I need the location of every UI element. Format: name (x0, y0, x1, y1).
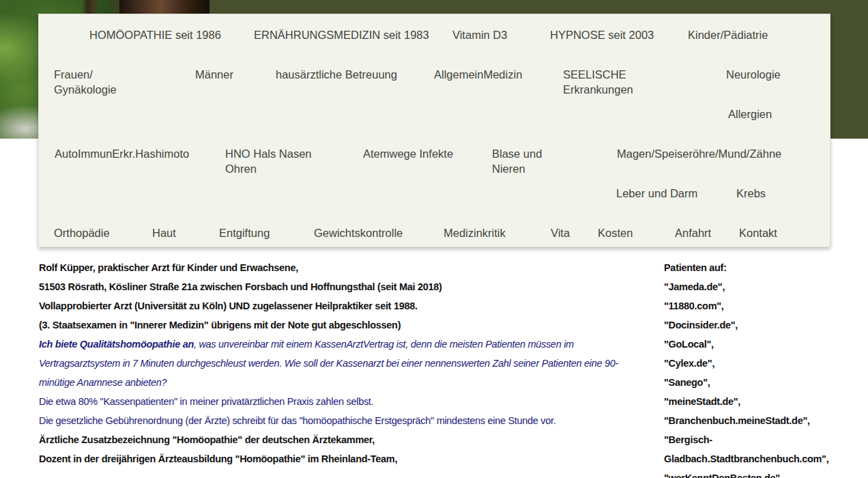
portal-list-item: "Jameda.de", (664, 277, 867, 296)
menu-item-maenner[interactable]: Männer (195, 67, 233, 82)
menu-item-medizinkritik[interactable]: Medizinkritik (444, 225, 506, 240)
homeopathy-offer-lead: Ich biete Qualitätshomöopathie an (39, 339, 194, 350)
credential-line: Ärztliche Zusatzbezeichnung "Homöopathie… (39, 430, 633, 449)
menu-item-hno[interactable]: HNO Hals Nasen Ohren (225, 146, 312, 176)
menu-item-kinder-paediatrie[interactable]: Kinder/Pädiatrie (688, 27, 768, 42)
main-menu: HOMÖOPATHIE seit 1986 ERNÄHRUNGSMEDIZIN … (38, 14, 830, 247)
menu-item-neurologie[interactable]: Neurologie (726, 67, 781, 82)
intro-line-staatsexamen: (3. Staatsexamen in "Innerer Medizin" üb… (39, 315, 633, 335)
menu-item-autoimmun-hashimoto[interactable]: AutoImmunErkr.Hashimoto (55, 146, 189, 161)
menu-item-homoeopathie[interactable]: HOMÖOPATHIE seit 1986 (89, 27, 221, 42)
menu-item-anfahrt[interactable]: Anfahrt (675, 225, 711, 240)
menu-item-vitamin-d3[interactable]: Vitamin D3 (452, 27, 507, 42)
practice-description: Rolf Küpper, praktischer Arzt für Kinder… (39, 258, 633, 478)
portal-list-item: "GoLocal", (664, 335, 867, 354)
portal-list-item: "Bergisch-Gladbach.Stadtbranchenbuch.com… (664, 430, 867, 468)
portals-heading: Patienten auf: (664, 258, 867, 277)
menu-item-hausaerztliche-betreuung[interactable]: hausärztliche Betreuung (276, 67, 397, 82)
menu-item-gewichtskontrolle[interactable]: Gewichtskontrolle (314, 225, 403, 240)
menu-item-leber-darm[interactable]: Leber und Darm (616, 186, 697, 201)
menu-item-kosten[interactable]: Kosten (598, 225, 633, 240)
homeopathy-offer-paragraph: Ich biete Qualitätshomöopathie an, was u… (39, 335, 633, 392)
menu-item-hypnose[interactable]: HYPNOSE seit 2003 (550, 27, 654, 42)
menu-item-allgemeinmedizin[interactable]: AllgemeinMedizin (434, 67, 522, 82)
portal-list-item: "Branchenbuch.meineStadt.de", (664, 411, 867, 430)
insurance-note-line: Die etwa 80% "Kassenpatienten" in meiner… (39, 392, 633, 411)
menu-item-seelische-erkrankungen[interactable]: SEELISCHE Erkrankungen (563, 67, 633, 97)
portal-list-item: "Cylex.de", (664, 354, 867, 373)
intro-line-approbation: Vollapprobierter Arzt (Universität zu Kö… (39, 296, 633, 315)
patient-portals-list: Patienten auf: "Jameda.de", "11880.com",… (664, 258, 867, 478)
page: HOMÖOPATHIE seit 1986 ERNÄHRUNGSMEDIZIN … (0, 0, 868, 478)
menu-item-krebs[interactable]: Krebs (736, 186, 766, 201)
portal-list-item: "werKenntDenBesten.de" (664, 468, 867, 478)
portal-list-item: "meineStadt.de", (664, 392, 867, 411)
menu-item-allergien[interactable]: Allergien (728, 107, 772, 122)
intro-line-name: Rolf Küpper, praktischer Arzt für Kinder… (39, 258, 633, 277)
portal-list-item: "Docinsider.de", (664, 315, 867, 335)
menu-item-blase-nieren[interactable]: Blase und Nieren (492, 146, 542, 176)
clipped-bottom-line: … (39, 468, 633, 478)
menu-item-frauen-gynaekologie[interactable]: Frauen/ Gynäkologie (54, 67, 117, 97)
menu-item-kontakt[interactable]: Kontakt (739, 225, 777, 240)
menu-item-atemwege-infekte[interactable]: Atemwege Infekte (363, 146, 453, 161)
credential-line: Dozent in der dreijährigen Ärzteausbildu… (39, 449, 633, 468)
portal-list-item: "11880.com", (664, 296, 867, 315)
intro-line-address: 51503 Rösrath, Kösliner Straße 21a zwisc… (39, 277, 633, 296)
menu-item-entgiftung[interactable]: Entgiftung (219, 225, 270, 240)
menu-item-haut[interactable]: Haut (152, 225, 176, 240)
menu-item-orthopaedie[interactable]: Orthopädie (54, 225, 110, 240)
portal-list-item: "Sanego", (664, 373, 867, 392)
menu-item-magen-speiseroehre[interactable]: Magen/Speiseröhre/Mund/Zähne (617, 146, 781, 161)
insurance-note-line: Die gesetzliche Gebührenordnung (der Ärz… (39, 411, 633, 430)
menu-item-ernaehrungsmedizin[interactable]: ERNÄHRUNGSMEDIZIN seit 1983 (254, 27, 429, 42)
menu-item-vita[interactable]: Vita (551, 225, 570, 240)
